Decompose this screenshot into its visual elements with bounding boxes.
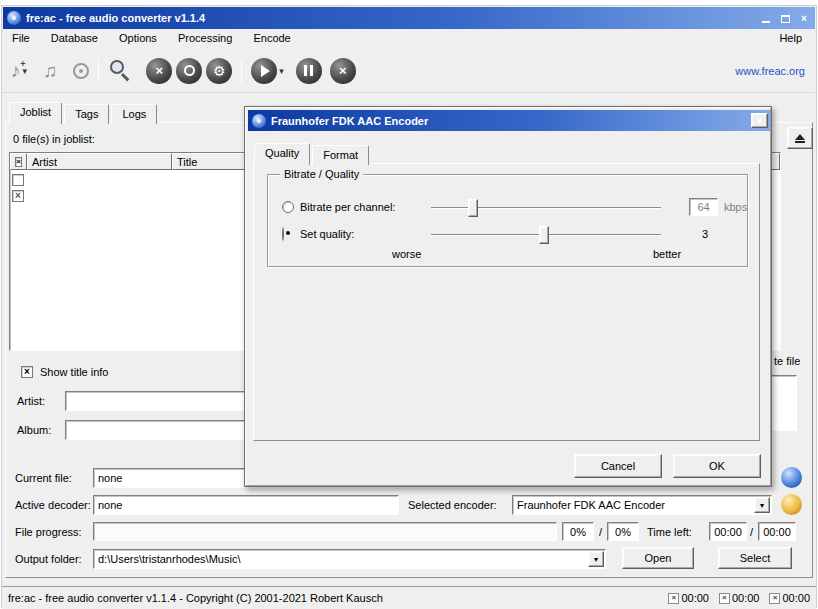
time-left-label: Time left: (647, 526, 692, 538)
menu-encode[interactable]: Encode (244, 29, 299, 47)
encoder-dropdown-value: Fraunhofer FDK AAC Encoder (513, 496, 751, 514)
timer-icon[interactable]: × (769, 593, 780, 604)
maximize-icon (781, 15, 790, 23)
album-label: Album: (17, 424, 51, 436)
encoder-dropdown[interactable]: Fraunhofer FDK AAC Encoder ▾ (512, 495, 772, 515)
gear-icon: ⚙ (213, 63, 226, 79)
maximize-button[interactable] (777, 11, 793, 25)
bitrate-unit-label: kbps (724, 201, 747, 213)
tab-joblist[interactable]: Joblist (9, 102, 62, 124)
bitrate-value-input[interactable]: 64 (689, 198, 718, 216)
open-button[interactable]: Open (622, 547, 694, 569)
ok-button[interactable]: OK (673, 454, 761, 478)
encoder-config-dialog: Fraunhofer FDK AAC Encoder × Quality For… (244, 106, 772, 487)
menu-processing[interactable]: Processing (169, 29, 241, 47)
timer-1: × 00:00 (668, 592, 709, 604)
dialog-title: Fraunhofer FDK AAC Encoder (271, 115, 751, 127)
select-all-column-header[interactable]: × (10, 153, 27, 170)
quality-slider-thumb[interactable] (539, 226, 549, 244)
quality-radio[interactable] (282, 227, 284, 241)
bitrate-radio[interactable] (282, 201, 294, 213)
cancel-button[interactable]: Cancel (574, 454, 662, 478)
close-button[interactable]: × (796, 11, 812, 25)
toolbar: ♪ + ▾ ♫ × ⚙ ▾ × www.freac.org (3, 49, 815, 93)
group-title: Bitrate / Quality (280, 168, 363, 180)
bitrate-slider-track[interactable] (431, 207, 661, 209)
add-audio-cd-icon[interactable] (73, 63, 89, 79)
app-window: fre:ac - free audio converter v1.1.4 × F… (1, 5, 817, 608)
encoder-dropdown-arrow[interactable]: ▾ (754, 497, 770, 513)
timer-icon[interactable]: × (668, 593, 679, 604)
status-text: fre:ac - free audio converter v1.1.4 - C… (8, 592, 383, 604)
output-folder-label: Output folder: (15, 553, 82, 565)
bitrate-quality-group: Bitrate / Quality Bitrate per channel: 6… (267, 174, 748, 267)
settings-button[interactable]: ⚙ (206, 58, 232, 84)
app-icon (7, 11, 21, 25)
add-files-button[interactable]: ♪ + ▾ (11, 61, 27, 80)
timer-icon[interactable]: × (719, 593, 730, 604)
eject-icon (795, 134, 805, 143)
title-bar[interactable]: fre:ac - free audio converter v1.1.4 × (3, 7, 815, 29)
timer-value: 00:00 (782, 592, 810, 604)
menu-options[interactable]: Options (110, 29, 166, 47)
status-bar: fre:ac - free audio converter v1.1.4 - C… (2, 586, 816, 609)
dialog-close-button[interactable]: × (751, 113, 768, 128)
minimize-button[interactable] (758, 11, 774, 25)
cddb-query-icon[interactable] (108, 58, 134, 84)
website-link[interactable]: www.freac.org (735, 65, 805, 77)
active-decoder-field: none (93, 495, 399, 515)
timer-3: × 00:00 (769, 592, 810, 604)
play-icon (251, 58, 277, 84)
menu-help[interactable]: Help (770, 29, 811, 47)
bitrate-slider-thumb[interactable] (468, 199, 478, 217)
stop-conversion-button[interactable]: × (330, 58, 356, 84)
quality-label: Set quality: (300, 228, 354, 240)
tab-logs[interactable]: Logs (111, 104, 157, 124)
tab-format[interactable]: Format (312, 145, 369, 165)
selected-encoder-label: Selected encoder: (408, 499, 497, 511)
pause-icon (304, 65, 313, 76)
status-timers: × 00:00 × 00:00 × 00:00 (668, 592, 810, 604)
select-all-checkbox[interactable]: × (15, 157, 22, 167)
output-folder-dropdown[interactable]: d:\Users\tristanrhodes\Music\ ▾ (93, 549, 606, 569)
dialog-title-bar[interactable]: Fraunhofer FDK AAC Encoder × (248, 110, 770, 131)
clipped-field-fragment (770, 375, 797, 431)
row-checkbox-checked[interactable]: × (12, 190, 24, 202)
column-header-artist[interactable]: Artist (27, 153, 172, 170)
chevron-down-icon[interactable]: ▾ (279, 66, 284, 76)
time-left-file: 00:00 (709, 522, 747, 541)
select-button[interactable]: Select (718, 547, 792, 569)
screen: fre:ac - free audio converter v1.1.4 × F… (0, 0, 818, 609)
current-file-label: Current file: (15, 472, 72, 484)
start-conversion-button[interactable]: ▾ (251, 58, 284, 84)
slash-separator: / (750, 526, 753, 538)
pause-conversion-button[interactable] (296, 58, 322, 84)
output-folder-dropdown-arrow[interactable]: ▾ (588, 551, 604, 567)
show-title-info-checkbox[interactable]: × (21, 366, 33, 378)
cddb-submit-button[interactable] (176, 58, 202, 84)
output-folder-value: d:\Users\tristanrhodes\Music\ (94, 550, 584, 568)
stop-icon: × (339, 63, 347, 78)
joblist-count: 0 file(s) in joblist: (13, 133, 95, 145)
encoder-config-button[interactable] (781, 494, 802, 515)
menu-database[interactable]: Database (42, 29, 107, 47)
bitrate-label: Bitrate per channel: (300, 201, 395, 213)
file-progress-bar (93, 522, 557, 541)
total-progress-percent: 0% (607, 522, 639, 541)
row-checkbox-unchecked[interactable] (12, 174, 24, 186)
add-files-icon: ♪ + (11, 61, 21, 80)
x-icon: × (155, 63, 163, 78)
add-audio-files-icon[interactable]: ♫ (43, 61, 57, 80)
eject-disc-button[interactable] (787, 127, 813, 149)
clipped-label: te file (774, 355, 800, 367)
remove-all-button[interactable]: × (146, 58, 172, 84)
tab-tags[interactable]: Tags (64, 104, 109, 124)
time-left-total: 00:00 (758, 522, 796, 541)
disc-icon (184, 65, 195, 76)
timer-value: 00:00 (681, 592, 709, 604)
menu-file[interactable]: File (3, 29, 39, 47)
window-title: fre:ac - free audio converter v1.1.4 (26, 12, 758, 24)
close-icon: × (801, 13, 807, 24)
tab-quality[interactable]: Quality (254, 143, 310, 165)
menu-bar: File Database Options Processing Encode … (3, 29, 815, 49)
